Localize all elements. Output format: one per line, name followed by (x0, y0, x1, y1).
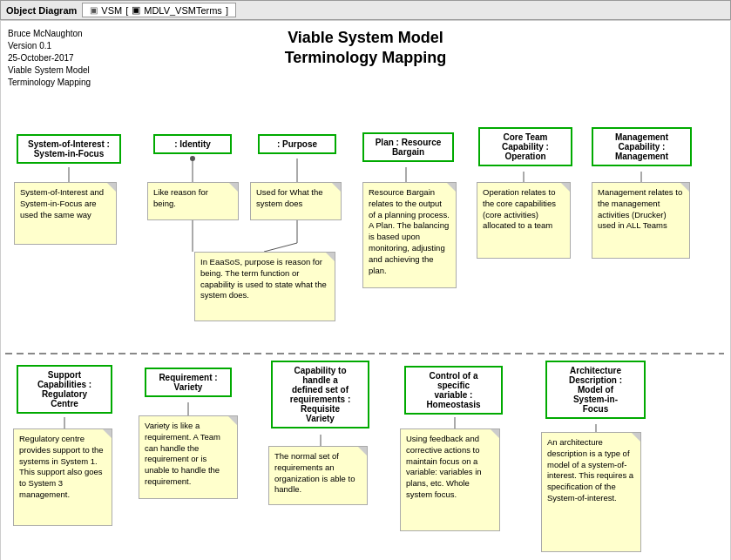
canvas: Bruce McNaughton Version 0.1 25-October-… (0, 20, 731, 560)
note-req-variety: Variety is like a requirement. A Team ca… (139, 415, 238, 499)
tab-icon: ▣ (90, 5, 98, 15)
classifier-soi-label: System-of-Interest :System-in-Focus (28, 139, 110, 159)
classifier-purpose-label: : Purpose (277, 139, 317, 149)
main-title-line2: Terminology Mapping (285, 48, 447, 68)
info-line3: 25-October-2017 (8, 52, 91, 64)
note-management-text: Management relates to the management act… (598, 187, 682, 230)
tab-file-name: MDLV_VSMTerms (144, 5, 222, 16)
main-title: Viable System Model Terminology Mapping (285, 28, 447, 69)
note-soi: System-of-Interest and System-in-Focus a… (14, 182, 117, 245)
note-purpose2: In EaaSoS, purpose is reason for being. … (194, 252, 335, 321)
note-identity: Like reason for being. (147, 182, 239, 220)
note-capability-handle: The normal set of requirements an organi… (268, 446, 368, 505)
note-purpose2-text: In EaaSoS, purpose is reason for being. … (200, 257, 327, 300)
note-req-variety-text: Variety is like a requirement. A Team ca… (145, 421, 220, 486)
note-plan-text: Resource Bargain relates to the output o… (369, 187, 450, 275)
info-line5: Terminology Mapping (8, 77, 91, 89)
info-line4: Viable System Model (8, 64, 91, 77)
info-block: Bruce McNaughton Version 0.1 25-October-… (8, 28, 91, 89)
classifier-identity: : Identity (153, 134, 232, 154)
classifier-architecture: ArchitectureDescription :Model ofSystem-… (545, 361, 646, 419)
classifier-core-team-label: Core TeamCapability :Operation (502, 132, 549, 161)
classifier-plan-label: Plan : ResourceBargain (376, 138, 442, 157)
classifier-capability-label: Capability tohandle adefined set ofrequi… (290, 366, 350, 423)
classifier-capability-handle: Capability tohandle adefined set ofrequi… (271, 361, 369, 428)
classifier-req-variety-label: Requirement :Variety (159, 373, 217, 392)
note-core-team-text: Operation relates to the core capabiliti… (483, 187, 556, 230)
info-line1: Bruce McNaughton (8, 28, 91, 40)
classifier-system-of-interest: System-of-Interest :System-in-Focus (17, 134, 121, 164)
note-capability-text: The normal set of requirements an organi… (274, 451, 355, 494)
classifier-control-label: Control of aspecificvariable :Homeostasi… (426, 371, 480, 409)
tab-close: ] (226, 5, 228, 16)
info-line2: Version 0.1 (8, 40, 91, 52)
classifier-support-label: SupportCapabilities :RegulatoryCentre (37, 370, 91, 408)
title-bar: Object Diagram ▣ VSM [ ▣ MDLV_VSMTerms ] (0, 0, 731, 20)
classifier-identity-label: : Identity (174, 139, 211, 149)
tab-icon2: ▣ (132, 4, 140, 16)
classifier-management: ManagementCapability :Management (592, 127, 692, 166)
classifier-core-team: Core TeamCapability :Operation (478, 127, 572, 166)
note-control-var: Using feedback and corrective actions to… (400, 428, 500, 531)
tab-file-label: [ (125, 5, 128, 16)
svg-point-2 (190, 156, 195, 161)
note-identity-text: Like reason for being. (153, 187, 208, 208)
classifier-control-variable: Control of aspecificvariable :Homeostasi… (404, 366, 503, 415)
note-plan: Resource Bargain relates to the output o… (362, 182, 457, 288)
note-purpose1: Used for What the system does (250, 182, 342, 220)
title-bar-tab[interactable]: ▣ VSM [ ▣ MDLV_VSMTerms ] (82, 3, 236, 17)
tab-vsm-label: VSM (101, 5, 122, 16)
note-control-text: Using feedback and corrective actions to… (406, 434, 482, 499)
note-core-team: Operation relates to the core capabiliti… (477, 182, 571, 259)
note-purpose1-text: Used for What the system does (256, 187, 323, 208)
note-support: Regulatory centre provides support to th… (13, 428, 112, 526)
note-management: Management relates to the management act… (592, 182, 690, 259)
main-title-line1: Viable System Model (285, 28, 447, 48)
classifier-support-capabilities: SupportCapabilities :RegulatoryCentre (17, 365, 112, 414)
note-support-text: Regulatory centre provides support to th… (19, 434, 104, 499)
classifier-purpose: : Purpose (258, 134, 336, 154)
note-arch-desc: An architecture description is a type of… (541, 432, 641, 552)
title-bar-label: Object Diagram (6, 5, 77, 16)
note-soi-text: System-of-Interest and System-in-Focus a… (20, 187, 104, 219)
classifier-plan-resource-bargain: Plan : ResourceBargain (362, 132, 454, 162)
note-arch-text: An architecture description is a type of… (547, 437, 633, 503)
svg-line-6 (264, 243, 297, 252)
classifier-arch-label: ArchitectureDescription :Model ofSystem-… (569, 366, 622, 414)
classifier-management-label: ManagementCapability :Management (615, 132, 668, 161)
classifier-requirement-variety: Requirement :Variety (145, 368, 232, 397)
